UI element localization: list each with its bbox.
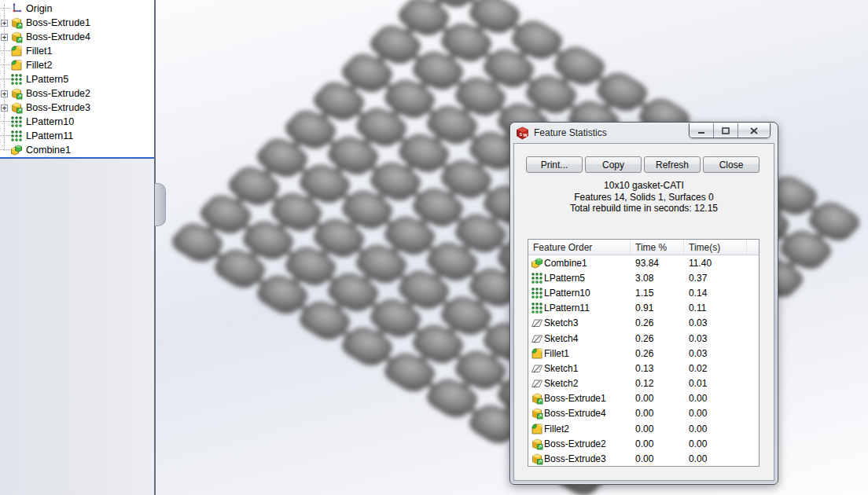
tree-item-label: LPattern11 <box>26 130 73 141</box>
cell-feature: Boss-Extrude1 <box>528 392 631 405</box>
dialog-titlebar[interactable]: S W Feature Statistics <box>510 123 778 143</box>
feature-name: Combine1 <box>544 258 587 269</box>
linear-pattern-icon <box>531 302 543 314</box>
sketch-icon <box>531 362 543 375</box>
table-row[interactable]: Sketch10.130.02 <box>528 361 759 376</box>
boss-extrude-icon <box>531 392 543 405</box>
cell-feature: Fillet1 <box>528 347 631 360</box>
table-row[interactable]: Sketch30.260.03 <box>528 316 759 331</box>
tree-item-lpattern11[interactable]: LPattern11 <box>0 129 154 143</box>
close-button[interactable] <box>738 123 770 138</box>
feature-name: Boss-Extrude3 <box>544 453 606 464</box>
table-row[interactable]: Fillet20.000.00 <box>528 421 759 436</box>
cell-time-percent: 0.00 <box>631 393 684 404</box>
linear-pattern-icon <box>10 73 23 86</box>
cell-feature: Boss-Extrude4 <box>528 407 631 420</box>
tree-lower-pane <box>0 159 154 495</box>
table-row[interactable]: Combine193.8411.40 <box>528 255 759 270</box>
table-row[interactable]: Boss-Extrude10.000.00 <box>528 391 759 406</box>
tree-flyout-handle[interactable] <box>155 183 166 226</box>
cell-time-seconds: 0.00 <box>684 453 747 464</box>
cell-feature: Fillet2 <box>528 423 631 435</box>
cell-time-seconds: 0.11 <box>684 302 747 314</box>
combine-icon <box>10 144 23 156</box>
expand-plus-icon[interactable]: + <box>1 34 8 41</box>
cell-feature: Sketch3 <box>528 317 631 329</box>
minimize-button[interactable] <box>690 123 714 138</box>
cell-time-seconds: 0.14 <box>684 288 747 299</box>
tree-item-fillet2[interactable]: Fillet2 <box>0 58 154 72</box>
fillet-icon <box>10 45 23 57</box>
expand-plus-icon[interactable]: + <box>1 20 8 27</box>
cell-time-seconds: 0.00 <box>684 393 747 404</box>
expand-plus-icon[interactable]: + <box>1 104 8 112</box>
boss-extrude-icon <box>10 16 23 29</box>
tree-connector <box>0 121 10 123</box>
cell-time-percent: 0.12 <box>631 378 684 389</box>
table-row[interactable]: LPattern101.150.14 <box>528 285 759 300</box>
table-row[interactable]: LPattern53.080.37 <box>528 270 759 285</box>
cell-time-seconds: 0.00 <box>684 424 747 434</box>
table-row[interactable]: Sketch40.260.03 <box>528 331 759 346</box>
cell-time-seconds: 0.01 <box>684 378 747 389</box>
cell-time-percent: 0.91 <box>631 302 684 314</box>
tree-item-boss-extrude1[interactable]: +Boss-Extrude1 <box>0 16 154 30</box>
feature-name: LPattern5 <box>544 273 585 284</box>
fillet-icon <box>531 347 543 360</box>
refresh-button-label: Refresh <box>656 160 689 170</box>
sketch-icon <box>531 332 543 345</box>
cell-time-seconds: 0.00 <box>684 438 747 449</box>
cell-time-seconds: 0.03 <box>684 317 747 328</box>
tree-item-boss-extrude2[interactable]: +Boss-Extrude2 <box>0 86 154 101</box>
tree-item-label: LPattern10 <box>26 116 74 127</box>
tree-item-fillet1[interactable]: Fillet1 <box>0 44 154 58</box>
cell-time-percent: 0.13 <box>631 363 684 374</box>
table-row[interactable]: Boss-Extrude20.000.00 <box>528 436 759 451</box>
column-feature-order[interactable]: Feature Order <box>528 240 631 255</box>
tree-item-label: LPattern5 <box>26 74 68 85</box>
table-row[interactable]: Boss-Extrude40.000.00 <box>528 406 759 421</box>
copy-button[interactable]: Copy <box>585 156 642 173</box>
cell-time-seconds: 0.00 <box>684 408 747 419</box>
tree-item-combine1[interactable]: Combine1 <box>0 143 154 157</box>
cell-time-percent: 1.15 <box>631 288 684 299</box>
cell-time-percent: 0.00 <box>631 438 684 449</box>
boss-extrude-icon <box>10 101 23 114</box>
cell-time-percent: 0.00 <box>631 424 684 434</box>
feature-name: Fillet1 <box>544 348 569 359</box>
close-action-button[interactable]: Close <box>703 156 760 173</box>
fillet-icon <box>531 423 543 435</box>
tree-item-lpattern5[interactable]: LPattern5 <box>0 72 154 86</box>
cell-time-percent: 3.08 <box>631 273 684 284</box>
sketch-icon <box>531 317 543 329</box>
feature-name: Sketch2 <box>544 378 578 389</box>
table-row[interactable]: LPattern110.910.11 <box>528 301 759 316</box>
tree-connector <box>0 8 10 9</box>
cell-time-seconds: 11.40 <box>684 258 747 269</box>
tree-connector <box>0 79 10 80</box>
cell-time-seconds: 0.03 <box>684 348 747 359</box>
table-row[interactable]: Boss-Extrude30.000.00 <box>528 451 759 466</box>
tree-item-label: Boss-Extrude2 <box>26 88 90 99</box>
window-controls <box>689 123 771 138</box>
tree-item-boss-extrude3[interactable]: +Boss-Extrude3 <box>0 101 154 115</box>
statistics-summary: 10x10 gasket-CATI Features 14, Solids 1,… <box>514 180 774 214</box>
tree-item-origin[interactable]: Origin <box>0 2 154 16</box>
cell-time-percent: 0.26 <box>631 317 684 328</box>
column-time-seconds[interactable]: Time(s) <box>684 240 747 255</box>
linear-pattern-icon <box>531 287 543 299</box>
table-row[interactable]: Fillet10.260.03 <box>528 346 759 361</box>
restore-button[interactable] <box>714 123 738 138</box>
cell-time-seconds: 0.03 <box>684 333 747 344</box>
feature-name: Sketch4 <box>544 333 578 344</box>
refresh-button[interactable]: Refresh <box>644 156 701 173</box>
column-time-percent[interactable]: Time % <box>631 240 684 255</box>
tree-item-boss-extrude4[interactable]: +Boss-Extrude4 <box>0 30 154 44</box>
table-row[interactable]: Sketch20.120.01 <box>528 376 759 391</box>
tree-item-label: Fillet2 <box>26 60 52 71</box>
expand-plus-icon[interactable]: + <box>1 90 8 97</box>
tree-item-lpattern10[interactable]: LPattern10 <box>0 115 154 129</box>
feature-counts: Features 14, Solids 1, Surfaces 0 <box>514 192 774 204</box>
print-button[interactable]: Print... <box>526 156 583 173</box>
boss-extrude-icon <box>531 438 543 450</box>
